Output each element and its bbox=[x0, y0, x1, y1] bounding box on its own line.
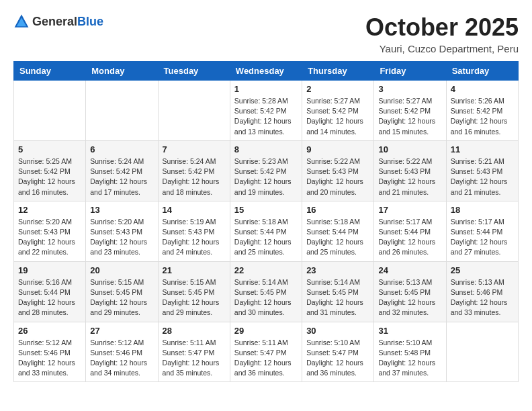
day-number: 26 bbox=[18, 326, 81, 336]
month-title: October 2025 bbox=[365, 13, 519, 42]
day-number: 22 bbox=[234, 265, 298, 275]
calendar-header-friday: Friday bbox=[374, 62, 446, 81]
day-number: 27 bbox=[90, 326, 153, 336]
day-number: 9 bbox=[306, 144, 369, 154]
day-number: 19 bbox=[18, 265, 81, 275]
calendar-cell: 28Sunrise: 5:11 AM Sunset: 5:47 PM Dayli… bbox=[158, 322, 230, 382]
logo-icon bbox=[13, 13, 30, 30]
calendar-cell: 14Sunrise: 5:19 AM Sunset: 5:43 PM Dayli… bbox=[158, 201, 230, 261]
day-number: 7 bbox=[163, 144, 226, 154]
calendar: SundayMondayTuesdayWednesdayThursdayFrid… bbox=[13, 61, 519, 382]
calendar-cell: 17Sunrise: 5:17 AM Sunset: 5:44 PM Dayli… bbox=[374, 201, 446, 261]
calendar-cell: 2Sunrise: 5:27 AM Sunset: 5:42 PM Daylig… bbox=[302, 81, 374, 141]
day-number: 4 bbox=[451, 84, 514, 94]
calendar-header-sunday: Sunday bbox=[14, 62, 86, 81]
calendar-cell: 15Sunrise: 5:18 AM Sunset: 5:44 PM Dayli… bbox=[230, 201, 302, 261]
calendar-cell: 19Sunrise: 5:16 AM Sunset: 5:44 PM Dayli… bbox=[14, 261, 86, 322]
day-number: 30 bbox=[306, 326, 369, 336]
calendar-header-monday: Monday bbox=[86, 62, 158, 81]
calendar-header-wednesday: Wednesday bbox=[230, 62, 302, 81]
day-info: Sunrise: 5:14 AM Sunset: 5:45 PM Dayligh… bbox=[234, 277, 298, 318]
day-info: Sunrise: 5:14 AM Sunset: 5:45 PM Dayligh… bbox=[306, 277, 369, 318]
calendar-cell: 18Sunrise: 5:17 AM Sunset: 5:44 PM Dayli… bbox=[446, 201, 518, 261]
day-info: Sunrise: 5:27 AM Sunset: 5:42 PM Dayligh… bbox=[306, 96, 369, 137]
day-info: Sunrise: 5:13 AM Sunset: 5:45 PM Dayligh… bbox=[378, 277, 441, 318]
day-number: 15 bbox=[234, 205, 298, 215]
calendar-cell: 26Sunrise: 5:12 AM Sunset: 5:46 PM Dayli… bbox=[14, 322, 86, 382]
calendar-cell: 27Sunrise: 5:12 AM Sunset: 5:46 PM Dayli… bbox=[86, 322, 158, 382]
day-info: Sunrise: 5:10 AM Sunset: 5:48 PM Dayligh… bbox=[378, 338, 441, 379]
calendar-cell: 16Sunrise: 5:18 AM Sunset: 5:44 PM Dayli… bbox=[302, 201, 374, 261]
calendar-cell: 10Sunrise: 5:22 AM Sunset: 5:43 PM Dayli… bbox=[374, 140, 446, 201]
subtitle: Yauri, Cuzco Department, Peru bbox=[365, 43, 519, 54]
day-number: 31 bbox=[378, 326, 441, 336]
calendar-cell: 1Sunrise: 5:28 AM Sunset: 5:42 PM Daylig… bbox=[230, 81, 302, 141]
calendar-cell bbox=[14, 81, 86, 141]
day-number: 1 bbox=[234, 84, 298, 94]
day-number: 23 bbox=[306, 265, 369, 275]
day-number: 10 bbox=[378, 144, 441, 154]
calendar-cell: 4Sunrise: 5:26 AM Sunset: 5:42 PM Daylig… bbox=[446, 81, 518, 141]
day-number: 28 bbox=[163, 326, 226, 336]
day-number: 29 bbox=[234, 326, 298, 336]
day-number: 12 bbox=[18, 205, 81, 215]
day-info: Sunrise: 5:24 AM Sunset: 5:42 PM Dayligh… bbox=[163, 156, 226, 197]
day-number: 25 bbox=[451, 265, 514, 275]
calendar-cell: 29Sunrise: 5:11 AM Sunset: 5:47 PM Dayli… bbox=[230, 322, 302, 382]
day-number: 14 bbox=[163, 205, 226, 215]
header: GeneralBlue October 2025 Yauri, Cuzco De… bbox=[13, 13, 519, 54]
day-info: Sunrise: 5:12 AM Sunset: 5:46 PM Dayligh… bbox=[90, 338, 153, 379]
day-info: Sunrise: 5:17 AM Sunset: 5:44 PM Dayligh… bbox=[378, 217, 441, 258]
day-info: Sunrise: 5:25 AM Sunset: 5:42 PM Dayligh… bbox=[18, 156, 81, 197]
calendar-header-saturday: Saturday bbox=[446, 62, 518, 81]
day-info: Sunrise: 5:18 AM Sunset: 5:44 PM Dayligh… bbox=[234, 217, 298, 258]
calendar-cell: 13Sunrise: 5:20 AM Sunset: 5:43 PM Dayli… bbox=[86, 201, 158, 261]
day-info: Sunrise: 5:19 AM Sunset: 5:43 PM Dayligh… bbox=[163, 217, 226, 258]
day-number: 3 bbox=[378, 84, 441, 94]
day-number: 21 bbox=[163, 265, 226, 275]
day-info: Sunrise: 5:12 AM Sunset: 5:46 PM Dayligh… bbox=[18, 338, 81, 379]
calendar-week-row: 12Sunrise: 5:20 AM Sunset: 5:43 PM Dayli… bbox=[14, 201, 519, 261]
day-info: Sunrise: 5:18 AM Sunset: 5:44 PM Dayligh… bbox=[306, 217, 369, 258]
calendar-cell: 9Sunrise: 5:22 AM Sunset: 5:43 PM Daylig… bbox=[302, 140, 374, 201]
day-number: 13 bbox=[90, 205, 153, 215]
calendar-cell bbox=[158, 81, 230, 141]
day-number: 16 bbox=[306, 205, 369, 215]
day-number: 24 bbox=[378, 265, 441, 275]
day-info: Sunrise: 5:16 AM Sunset: 5:44 PM Dayligh… bbox=[18, 277, 81, 318]
calendar-cell: 24Sunrise: 5:13 AM Sunset: 5:45 PM Dayli… bbox=[374, 261, 446, 322]
calendar-cell bbox=[86, 81, 158, 141]
calendar-cell bbox=[446, 322, 518, 382]
calendar-cell: 23Sunrise: 5:14 AM Sunset: 5:45 PM Dayli… bbox=[302, 261, 374, 322]
day-info: Sunrise: 5:15 AM Sunset: 5:45 PM Dayligh… bbox=[90, 277, 153, 318]
day-info: Sunrise: 5:24 AM Sunset: 5:42 PM Dayligh… bbox=[90, 156, 153, 197]
day-number: 5 bbox=[18, 144, 81, 154]
day-number: 8 bbox=[234, 144, 298, 154]
calendar-cell: 20Sunrise: 5:15 AM Sunset: 5:45 PM Dayli… bbox=[86, 261, 158, 322]
calendar-week-row: 26Sunrise: 5:12 AM Sunset: 5:46 PM Dayli… bbox=[14, 322, 519, 382]
day-info: Sunrise: 5:11 AM Sunset: 5:47 PM Dayligh… bbox=[234, 338, 298, 379]
day-info: Sunrise: 5:20 AM Sunset: 5:43 PM Dayligh… bbox=[90, 217, 153, 258]
day-info: Sunrise: 5:22 AM Sunset: 5:43 PM Dayligh… bbox=[306, 156, 369, 197]
day-info: Sunrise: 5:20 AM Sunset: 5:43 PM Dayligh… bbox=[18, 217, 81, 258]
calendar-week-row: 5Sunrise: 5:25 AM Sunset: 5:42 PM Daylig… bbox=[14, 140, 519, 201]
day-number: 20 bbox=[90, 265, 153, 275]
logo: GeneralBlue bbox=[13, 13, 103, 30]
calendar-header-thursday: Thursday bbox=[302, 62, 374, 81]
calendar-cell: 30Sunrise: 5:10 AM Sunset: 5:47 PM Dayli… bbox=[302, 322, 374, 382]
calendar-cell: 5Sunrise: 5:25 AM Sunset: 5:42 PM Daylig… bbox=[14, 140, 86, 201]
day-info: Sunrise: 5:28 AM Sunset: 5:42 PM Dayligh… bbox=[234, 96, 298, 137]
day-info: Sunrise: 5:21 AM Sunset: 5:43 PM Dayligh… bbox=[451, 156, 514, 197]
day-info: Sunrise: 5:27 AM Sunset: 5:42 PM Dayligh… bbox=[378, 96, 441, 137]
calendar-cell: 22Sunrise: 5:14 AM Sunset: 5:45 PM Dayli… bbox=[230, 261, 302, 322]
logo-text-blue: Blue bbox=[77, 15, 103, 28]
calendar-cell: 8Sunrise: 5:23 AM Sunset: 5:42 PM Daylig… bbox=[230, 140, 302, 201]
calendar-header-row: SundayMondayTuesdayWednesdayThursdayFrid… bbox=[14, 62, 519, 81]
day-info: Sunrise: 5:11 AM Sunset: 5:47 PM Dayligh… bbox=[163, 338, 226, 379]
calendar-cell: 3Sunrise: 5:27 AM Sunset: 5:42 PM Daylig… bbox=[374, 81, 446, 141]
calendar-week-row: 1Sunrise: 5:28 AM Sunset: 5:42 PM Daylig… bbox=[14, 81, 519, 141]
day-info: Sunrise: 5:26 AM Sunset: 5:42 PM Dayligh… bbox=[451, 96, 514, 137]
day-info: Sunrise: 5:13 AM Sunset: 5:46 PM Dayligh… bbox=[451, 277, 514, 318]
day-info: Sunrise: 5:23 AM Sunset: 5:42 PM Dayligh… bbox=[234, 156, 298, 197]
calendar-cell: 31Sunrise: 5:10 AM Sunset: 5:48 PM Dayli… bbox=[374, 322, 446, 382]
